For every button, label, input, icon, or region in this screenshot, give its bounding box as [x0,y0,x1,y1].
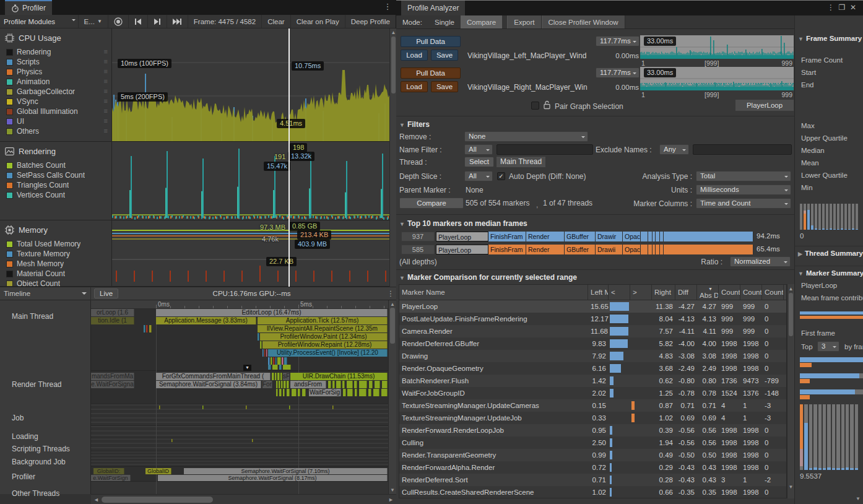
timeline-span[interactable] [375,381,380,388]
thread-label-7[interactable]: Other Threads [12,489,59,498]
legend-item[interactable]: Scripts≡ [0,57,111,67]
timeline-span[interactable] [281,381,283,388]
top10-segment[interactable]: FinishFram [488,245,526,254]
drag-handle-icon[interactable]: ≡ [104,48,107,55]
table-row[interactable]: CullResults.CreateSharedRendererScene1.0… [399,486,786,498]
pull-data-left-button[interactable]: Pull Data [401,36,461,47]
timeline-span[interactable] [273,357,275,365]
top-n-dropdown[interactable]: 3 [817,341,839,352]
thread-label-0[interactable]: Main Thread [12,312,53,321]
cpu-usage-chart[interactable]: 10ms (100FPS) 5ms (200FPS) 10.75ms 4.51m… [112,28,389,142]
timeline-span[interactable] [284,357,287,365]
top10-segment[interactable] [656,232,660,241]
timeline-span[interactable] [284,381,286,388]
name-filter-mode-dropdown[interactable]: All [464,144,493,155]
column-header-9[interactable]: Count [762,285,784,300]
timeline-span[interactable]: sFr [283,373,290,380]
first-frame-button[interactable] [129,15,148,28]
table-row[interactable]: RenderForward.RenderLoopJob0.950.39-0.56… [399,424,786,437]
timeline-span[interactable] [373,389,379,396]
column-header-4[interactable]: Right [652,285,675,300]
timeline-view-dropdown[interactable]: Timeline [0,287,91,300]
save-left-button[interactable]: Save [431,50,458,61]
column-header-0[interactable]: Marker Name [399,285,588,300]
exclude-mode-dropdown[interactable]: Any [659,144,689,155]
timeline-span[interactable] [252,439,253,442]
module-rendering-header[interactable]: Rendering [0,142,111,160]
selected-marker-label[interactable]: PlayerLoop [735,100,794,111]
drag-handle-icon[interactable]: ≡ [104,77,107,85]
timeline-span[interactable]: tion.Idle (1 [91,317,134,324]
timeline-span[interactable]: Semaphore.WaitForSignal (3.84ms) [156,381,261,388]
column-header-1[interactable]: Left Median [588,285,609,300]
top10-row-right[interactable]: 585PlayerLoopFinishFramRenderGBufferDraw… [396,245,794,255]
column-header-6[interactable]: ▼Abs Diff [697,285,719,300]
timeline-span[interactable] [332,381,335,388]
timeline-span[interactable] [171,439,173,442]
timeline-span[interactable] [336,381,341,388]
table-row[interactable]: RenderDeferred.GBuffer9.835.82-4.004.001… [399,337,786,350]
timeline-span[interactable] [347,389,353,396]
thread-label-4[interactable]: Scripting Threads [12,445,70,453]
top10-segment[interactable]: FinishFram [488,232,526,241]
table-row[interactable]: WaitForJobGroupID2.021.25-0.780.78152413… [399,387,786,399]
timeline-span[interactable] [202,406,204,409]
legend-item[interactable]: Vertices Count [0,190,111,200]
top10-frame-number[interactable]: 585 [401,245,435,254]
top10-segment[interactable]: Render [526,245,565,254]
timeline-span[interactable] [275,373,277,380]
memory-chart[interactable]: 97.3 MB 0.85 GB 213.4 KB 4.76k 403.9 MB … [112,220,389,287]
timeline-span[interactable] [354,381,357,388]
thread-label-5[interactable]: Background Job [12,458,66,466]
thread-label-2[interactable]: Job [12,414,24,422]
legend-item[interactable]: Object Count [0,279,111,287]
column-header-7[interactable]: Count [719,285,740,300]
thread-select-button[interactable]: Select [464,157,494,167]
legend-item[interactable]: GarbageCollector≡ [0,87,111,97]
timeline-span[interactable]: Semaphore.WaitForSignal (7.10ms) [184,468,388,474]
load-left-button[interactable]: Load [401,50,428,61]
timeline-span[interactable] [287,381,289,388]
timeline-span[interactable]: ProfilerWindow.Paint (12.34ms) [260,333,388,341]
timeline-span[interactable]: UIR.DrawChain (11.53ms) [290,373,388,380]
timeline-span[interactable]: WaitForSig [309,389,341,396]
timeline-span[interactable] [359,381,367,388]
deep-profile-button[interactable]: Deep Profile [345,15,396,28]
rendering-chart[interactable]: 198 191 13.32k 15.47k [112,142,389,220]
timeline-span[interactable] [343,389,346,396]
legend-item[interactable]: Triangles Count [0,180,111,190]
timeline-span[interactable]: Utility.ProcessEvent() [Invoke] (12.20 [268,349,388,357]
timeline-span[interactable] [355,389,357,396]
timeline-span[interactable] [302,389,306,396]
marker-summary-header[interactable]: ▼Marker Summary [798,269,863,277]
timeline-span[interactable] [298,389,300,396]
depth-slice-dropdown[interactable]: All [464,171,493,181]
table-row[interactable]: Drawing7.924.83-3.083.08199819980 [399,350,786,362]
timeline-span[interactable] [268,357,270,365]
drag-handle-icon[interactable]: ≡ [104,127,107,134]
module-memory-header[interactable]: Memory [0,220,111,239]
live-button[interactable]: Live [94,289,118,298]
timeline-span[interactable] [275,357,277,365]
timeline-span[interactable] [262,349,264,357]
legend-item[interactable]: Others≡ [0,126,111,136]
thread-label-1[interactable]: Render Thread [12,380,62,389]
timeline-span[interactable]: andsFrom [290,381,326,388]
drag-handle-icon[interactable]: ≡ [104,67,107,75]
timeline-span[interactable] [276,389,278,396]
table-row[interactable]: Camera.Render11.687.57-4.114.119999990 [399,325,786,337]
legend-item[interactable]: Animation≡ [0,77,111,87]
analyzer-menu-icon[interactable]: ⋮ [826,3,836,12]
column-header-2[interactable]: < [609,285,630,300]
timeline-span[interactable] [272,365,278,370]
scroll-up-icon[interactable]: ▲ [389,302,396,307]
timeline-span[interactable]: Application.Message (3.83ms) [156,317,256,324]
column-header-3[interactable]: > [630,285,652,300]
timeline-span[interactable]: Semaphore.WaitForSignal (8.17ms) [158,475,388,481]
legend-item[interactable]: Total Used Memory [0,239,111,249]
timeline-span[interactable] [159,406,160,409]
drag-handle-icon[interactable]: ≡ [104,117,107,124]
top10-segment[interactable] [664,245,753,254]
drag-handle-icon[interactable]: ≡ [104,87,107,95]
timeline-span[interactable]: e.WaitForSign [91,475,131,481]
